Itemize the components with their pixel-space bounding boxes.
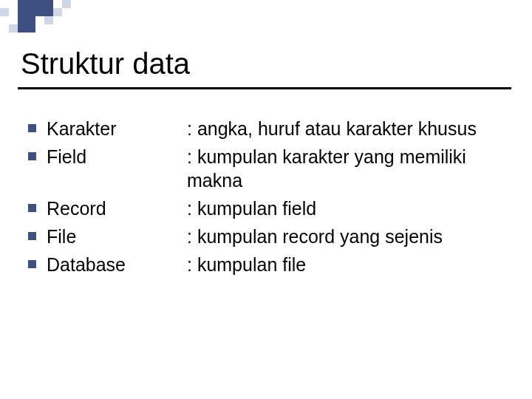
square-bullet-icon bbox=[28, 260, 36, 268]
square-bullet-icon bbox=[28, 204, 36, 212]
term: Record bbox=[47, 197, 187, 220]
square-bullet-icon bbox=[28, 232, 36, 240]
term: Field bbox=[47, 145, 187, 168]
list-item: Field : kumpulan karakter yang memiliki … bbox=[28, 145, 488, 192]
square-bullet-icon bbox=[28, 124, 36, 132]
term: Karakter bbox=[47, 117, 187, 140]
term: Database bbox=[47, 253, 187, 276]
term: File bbox=[47, 225, 187, 248]
list-item: Karakter : angka, huruf atau karakter kh… bbox=[28, 117, 488, 140]
square-bullet-icon bbox=[28, 152, 36, 160]
definition: : angka, huruf atau karakter khusus bbox=[187, 117, 488, 140]
list-item: Database : kumpulan file bbox=[28, 253, 488, 276]
content-list: Karakter : angka, huruf atau karakter kh… bbox=[28, 117, 488, 281]
list-item: Record : kumpulan field bbox=[28, 197, 488, 220]
definition: : kumpulan karakter yang memiliki makna bbox=[187, 145, 488, 192]
definition: : kumpulan field bbox=[187, 197, 488, 220]
definition: : kumpulan record yang sejenis bbox=[187, 225, 488, 248]
corner-decoration bbox=[0, 0, 87, 34]
slide-title: Struktur data bbox=[21, 47, 190, 81]
list-item: File : kumpulan record yang sejenis bbox=[28, 225, 488, 248]
definition: : kumpulan file bbox=[187, 253, 488, 276]
title-underline bbox=[18, 87, 511, 89]
